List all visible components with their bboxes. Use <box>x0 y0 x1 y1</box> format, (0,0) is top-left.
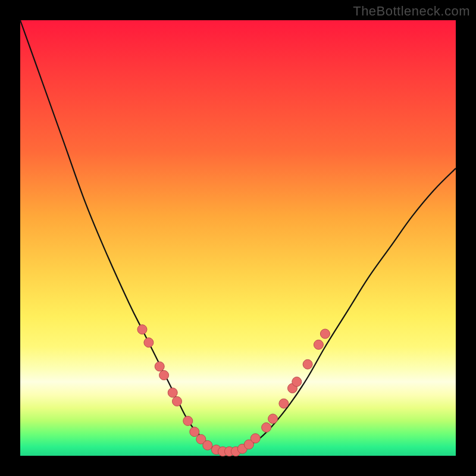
curve-marker <box>144 338 154 347</box>
watermark-text: TheBottleneck.com <box>353 4 470 19</box>
curve-marker <box>250 434 260 443</box>
curve-marker <box>314 340 323 349</box>
bottleneck-curve <box>20 20 456 452</box>
curve-marker <box>292 377 302 387</box>
curve-marker <box>173 397 182 406</box>
curve-marker <box>137 325 147 334</box>
curve-marker <box>203 440 212 450</box>
marker-group <box>137 325 330 456</box>
chart-svg <box>20 20 456 456</box>
curve-marker <box>190 427 199 437</box>
curve-marker <box>279 399 289 408</box>
curve-marker <box>168 388 177 397</box>
curve-marker <box>155 362 164 371</box>
curve-marker <box>262 422 271 432</box>
curve-marker <box>303 359 312 369</box>
chart-frame: TheBottleneck.com <box>0 0 476 476</box>
curve-marker <box>183 416 193 425</box>
curve-marker <box>159 371 169 380</box>
curve-marker <box>268 414 278 424</box>
curve-marker <box>320 329 330 339</box>
plot-area <box>20 20 456 456</box>
